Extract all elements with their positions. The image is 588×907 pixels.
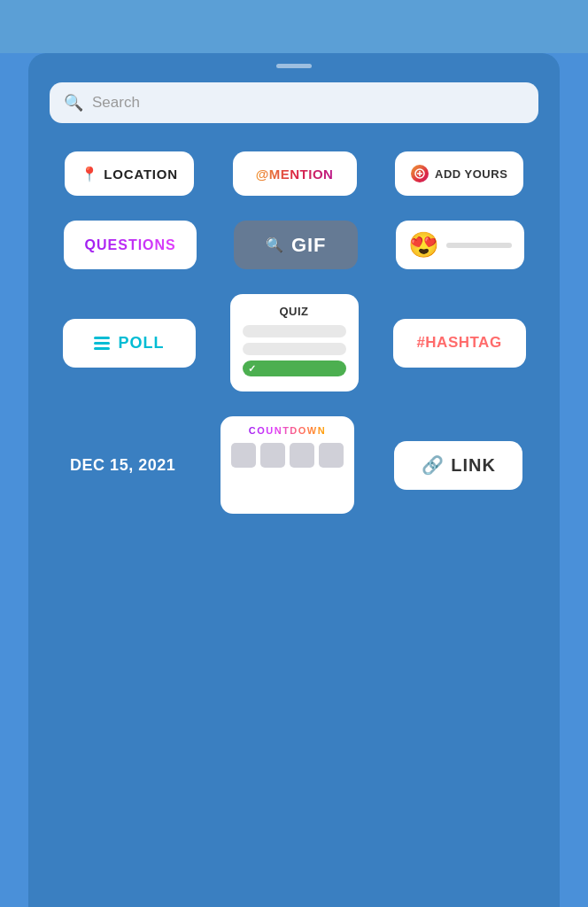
sticker-row-1: 📍 LOCATION @MENTION ADD YOURS bbox=[50, 151, 538, 196]
countdown-blocks bbox=[231, 443, 344, 468]
questions-sticker[interactable]: QUESTIONS bbox=[64, 221, 197, 269]
drag-handle[interactable] bbox=[276, 64, 312, 68]
search-icon: 🔍 bbox=[64, 93, 83, 112]
mention-sticker[interactable]: @MENTION bbox=[233, 151, 357, 196]
date-label: DEC 15, 2021 bbox=[70, 456, 175, 475]
addyours-icon bbox=[411, 165, 429, 182]
emoji-slider-bar[interactable] bbox=[446, 243, 512, 248]
emoji-slider-sticker[interactable]: 😍 bbox=[396, 221, 524, 269]
quiz-option-2 bbox=[243, 343, 346, 355]
gif-search-icon: 🔍 bbox=[266, 236, 284, 253]
hashtag-sticker[interactable]: #HASHTAG bbox=[393, 319, 526, 368]
sticker-row-4: DEC 15, 2021 COUNTDOWN 🔗 LINK bbox=[50, 416, 538, 514]
poll-lines-icon bbox=[94, 337, 110, 350]
location-pin-icon: 📍 bbox=[81, 166, 99, 182]
countdown-block-2 bbox=[260, 443, 285, 468]
sticker-row-2: QUESTIONS 🔍 GIF 😍 bbox=[50, 221, 538, 269]
hashtag-label: #HASHTAG bbox=[416, 334, 501, 352]
addyours-sticker[interactable]: ADD YOURS bbox=[395, 151, 523, 196]
date-sticker: DEC 15, 2021 bbox=[66, 441, 181, 490]
search-bar[interactable]: 🔍 Search bbox=[50, 82, 538, 123]
link-icon: 🔗 bbox=[422, 454, 445, 476]
quiz-option-3-correct: ✓ bbox=[243, 360, 346, 376]
countdown-block-1 bbox=[231, 443, 256, 468]
countdown-sticker[interactable]: COUNTDOWN bbox=[220, 416, 354, 514]
poll-sticker[interactable]: POLL bbox=[63, 319, 196, 368]
quiz-sticker[interactable]: QUIZ ✓ bbox=[230, 294, 359, 391]
mention-label: @MENTION bbox=[256, 167, 334, 182]
questions-label: QUESTIONS bbox=[85, 237, 176, 253]
poll-label: POLL bbox=[119, 334, 165, 353]
countdown-block-3 bbox=[290, 443, 314, 468]
top-bar bbox=[0, 0, 588, 53]
gif-sticker[interactable]: 🔍 GIF bbox=[234, 221, 358, 269]
gif-label: GIF bbox=[291, 234, 327, 257]
location-sticker[interactable]: 📍 LOCATION bbox=[65, 151, 194, 196]
emoji-face-icon: 😍 bbox=[408, 230, 440, 260]
quiz-check-icon: ✓ bbox=[248, 363, 257, 375]
quiz-title: QUIZ bbox=[279, 305, 308, 318]
link-label: LINK bbox=[451, 455, 496, 476]
location-label: LOCATION bbox=[104, 167, 178, 182]
quiz-option-1 bbox=[243, 325, 346, 337]
addyours-label: ADD YOURS bbox=[435, 167, 507, 181]
countdown-block-4 bbox=[319, 443, 344, 468]
sticker-row-3: POLL QUIZ ✓ #HASHTAG bbox=[50, 294, 538, 391]
link-sticker[interactable]: 🔗 LINK bbox=[394, 441, 522, 490]
countdown-title: COUNTDOWN bbox=[249, 425, 326, 436]
search-placeholder: Search bbox=[92, 94, 140, 112]
stickers-grid: 📍 LOCATION @MENTION ADD YOURS QUESTIONS … bbox=[50, 151, 538, 514]
sticker-sheet: 🔍 Search 📍 LOCATION @MENTION ADD YOURS Q… bbox=[28, 53, 560, 907]
